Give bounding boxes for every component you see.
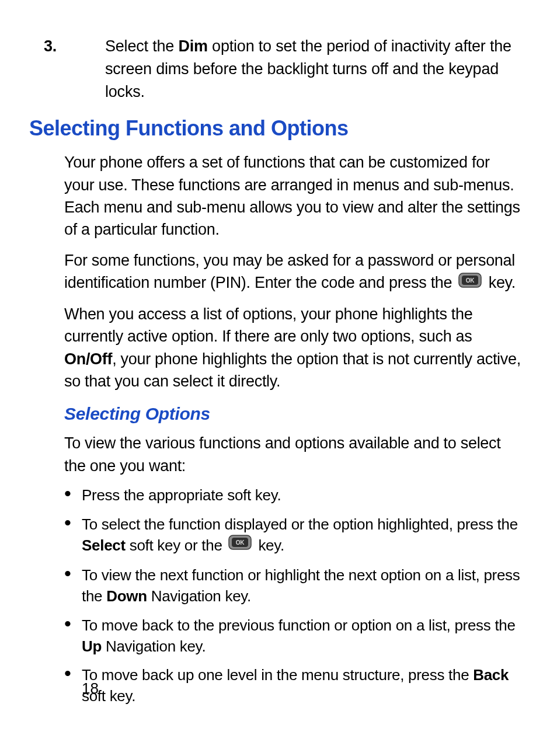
section-heading: Selecting Functions and Options [29, 116, 528, 141]
page-number: 18 [82, 680, 99, 698]
text-fragment: key. [489, 274, 516, 291]
text-bold: Back [473, 666, 509, 684]
text-bold: On/Off [64, 350, 112, 368]
subsection-heading: Selecting Options [64, 404, 528, 424]
list-item: To view the next function or highlight t… [64, 565, 522, 607]
svg-text:OK: OK [236, 539, 245, 546]
text-fragment: When you access a list of options, your … [64, 305, 472, 345]
text-fragment: Select the [105, 37, 178, 55]
text-fragment: , your phone highlights the option that … [64, 350, 521, 390]
text-fragment: Navigation key. [102, 637, 206, 655]
bullet-list: Press the appropriate soft key. To selec… [64, 485, 522, 707]
text-fragment: Navigation key. [147, 587, 251, 605]
list-item: To select the function displayed or the … [64, 514, 522, 557]
text-fragment: To select the function displayed or the … [82, 515, 518, 533]
list-item: Press the appropriate soft key. [64, 485, 522, 506]
step-marker: 3. [44, 35, 57, 58]
paragraph: For some functions, you may be asked for… [64, 249, 522, 295]
paragraph: To view the various functions and option… [64, 432, 522, 477]
text-bold: Up [82, 637, 102, 655]
text-fragment: To move back up one level in the menu st… [82, 666, 473, 684]
list-item: To move back to the previous function or… [64, 615, 522, 657]
list-item: To move back up one level in the menu st… [64, 665, 522, 707]
text-bold: Select [82, 536, 126, 554]
text-fragment: For some functions, you may be asked for… [64, 252, 515, 291]
numbered-step-3: 3. Select the Dim option to set the peri… [76, 35, 522, 103]
paragraph: When you access a list of options, your … [64, 303, 522, 392]
ok-key-icon: OK [228, 535, 252, 556]
text-fragment: soft key or the [126, 536, 227, 554]
text-fragment: Press the appropriate soft key. [82, 486, 281, 504]
svg-text:OK: OK [466, 277, 475, 284]
step-text: Select the Dim option to set the period … [76, 35, 522, 103]
document-page: 3. Select the Dim option to set the peri… [0, 0, 557, 756]
text-fragment: key. [258, 536, 284, 554]
text-bold: Dim [178, 37, 207, 55]
text-fragment: To move back to the previous function or… [82, 616, 516, 634]
text-bold: Down [106, 587, 147, 605]
paragraph: Your phone offers a set of functions tha… [64, 151, 522, 241]
ok-key-icon: OK [458, 271, 482, 294]
